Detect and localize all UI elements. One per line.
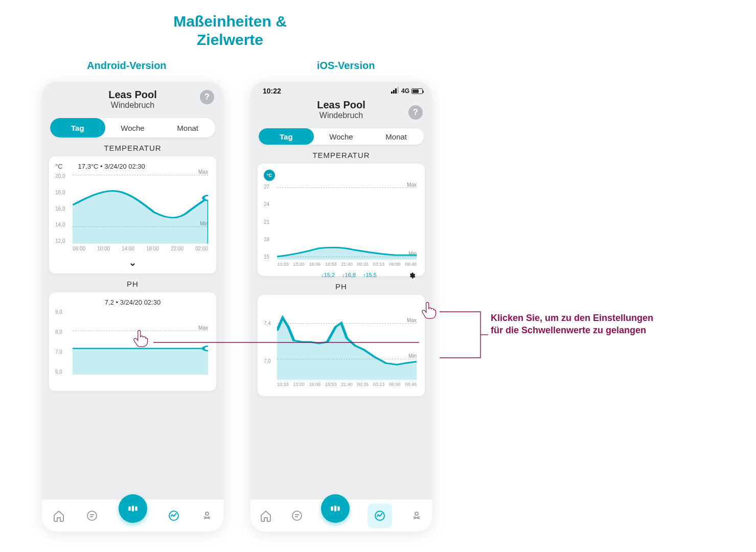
annotation-text: Klicken Sie, um zu den Einstellungen für… (491, 312, 654, 337)
annotation-connector (0, 0, 756, 552)
